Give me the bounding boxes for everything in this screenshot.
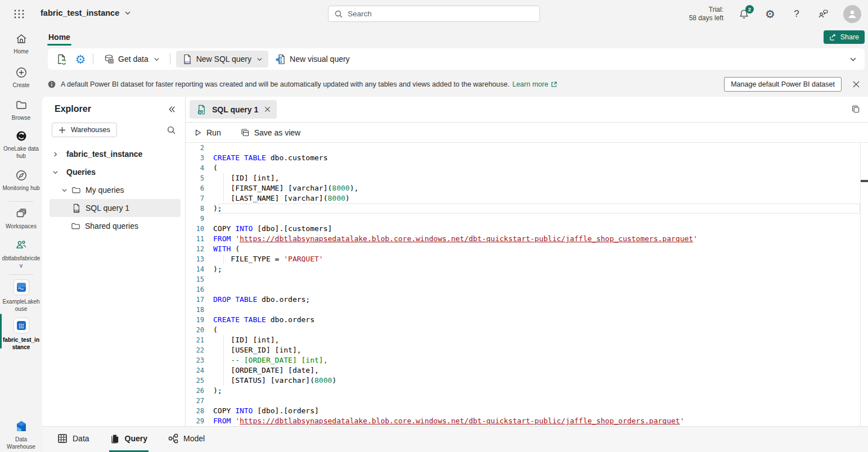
sql-editor[interactable]: 23CREATE TABLE dbo.customers4(5 [ID] [in… — [186, 143, 868, 426]
nav-item-fabric-test-instance[interactable]: fabric_test_instance — [0, 318, 42, 351]
line-number: 23 — [186, 355, 204, 365]
settings-gear-icon[interactable]: ⚙ — [764, 8, 776, 20]
nav-home[interactable]: Home — [0, 33, 42, 55]
nav-onelake-data-hub[interactable]: OneLake data hub — [0, 130, 42, 160]
search-input[interactable] — [348, 10, 534, 18]
tree-item-queries[interactable]: Queries — [42, 163, 185, 181]
tree-item-my-queries[interactable]: My queries — [42, 181, 185, 199]
save-as-view-button[interactable]: Save as view — [241, 128, 300, 137]
view-tab-query[interactable]: Query — [109, 427, 149, 452]
close-tab-icon[interactable] — [264, 106, 271, 113]
nav-create[interactable]: Create — [0, 66, 42, 89]
code-line-26[interactable]: 26); — [186, 386, 868, 396]
line-content: FROM 'https://dbtlabsynapsedatalake.blob… — [204, 234, 868, 244]
nav-workspaces[interactable]: Workspaces — [0, 207, 42, 230]
svg-text:SQL: SQL — [184, 60, 191, 64]
ribbon-tab-home[interactable]: Home — [46, 28, 73, 46]
new-warehouse-button[interactable]: Warehouses — [52, 123, 117, 137]
code-line-12[interactable]: 12WITH ( — [186, 244, 868, 254]
code-line-4[interactable]: 4( — [186, 163, 868, 173]
code-line-3[interactable]: 3CREATE TABLE dbo.customers — [186, 153, 868, 163]
query-settings-gear-icon[interactable]: ⚙ — [74, 52, 87, 66]
line-content: [STATUS] [varchar](8000) — [204, 376, 868, 386]
code-line-14[interactable]: 14); — [186, 264, 868, 274]
code-line-25[interactable]: 25 [STATUS] [varchar](8000) — [186, 376, 868, 386]
code-line-23[interactable]: 23 -- [ORDER_DATE] [int], — [186, 355, 868, 365]
chevron-right-icon[interactable] — [52, 151, 59, 157]
editor-overview-ruler[interactable] — [860, 143, 868, 426]
tree-item-sql-query-1[interactable]: SQL SQL query 1 — [50, 199, 181, 217]
tree-item-shared-queries[interactable]: Shared queries — [42, 217, 185, 235]
notifications-bell-icon[interactable]: 2 — [737, 8, 750, 20]
code-line-22[interactable]: 22 [USER_ID] [int], — [186, 345, 868, 355]
explorer-title: Explorer — [55, 104, 91, 114]
learn-more-link[interactable]: Learn more — [512, 80, 557, 88]
play-icon — [194, 129, 202, 137]
banner-message: A default Power BI dataset for faster re… — [61, 80, 510, 88]
code-line-2[interactable]: 2 — [186, 143, 868, 153]
sql-file-icon: SQL — [196, 105, 206, 115]
nav-monitoring-hub[interactable]: Monitoring hub — [0, 169, 42, 192]
user-avatar[interactable] — [843, 5, 861, 23]
code-line-27[interactable]: 27 — [186, 396, 868, 406]
view-tab-model[interactable]: Model — [167, 427, 206, 452]
banner-close-icon[interactable] — [851, 79, 861, 89]
query-tab-sql-query-1[interactable]: SQL SQL query 1 — [190, 100, 277, 119]
indent-guide — [223, 254, 224, 264]
query-doc-icon — [110, 434, 120, 444]
share-button[interactable]: Share — [824, 30, 865, 44]
new-sql-query-button[interactable]: SQL New SQL query — [176, 51, 268, 67]
code-line-17[interactable]: 17DROP TABLE dbo.orders; — [186, 295, 868, 305]
code-line-15[interactable]: 15 — [186, 274, 868, 284]
code-line-11[interactable]: 11FROM 'https://dbtlabsynapsedatalake.bl… — [186, 234, 868, 244]
code-line-13[interactable]: 13 FILE_TYPE = 'PARQUET' — [186, 254, 868, 264]
line-content — [204, 214, 868, 224]
line-number: 10 — [186, 224, 204, 234]
line-number: 6 — [186, 183, 204, 193]
line-content: FROM 'https://dbtlabsynapsedatalake.blob… — [204, 416, 868, 426]
workspace-switcher[interactable]: fabric_test_instance — [41, 8, 131, 17]
warehouse-item-icon — [14, 318, 29, 333]
new-visual-query-button[interactable]: New visual query — [271, 51, 354, 67]
feedback-icon[interactable] — [817, 8, 829, 20]
chevron-down-icon[interactable] — [52, 169, 59, 175]
nav-data-warehouse[interactable]: Data Warehouse — [0, 419, 42, 450]
help-icon[interactable]: ? — [790, 8, 803, 20]
code-line-10[interactable]: 10COPY INTO [dbo].[customers] — [186, 224, 868, 234]
code-line-5[interactable]: 5 [ID] [int], — [186, 173, 868, 183]
tree-item-warehouse[interactable]: fabric_test_instance — [42, 145, 185, 163]
waffle-menu-icon[interactable] — [12, 7, 26, 21]
line-number: 17 — [186, 295, 204, 305]
explorer-search-icon[interactable] — [167, 125, 176, 135]
code-line-29[interactable]: 29FROM 'https://dbtlabsynapsedatalake.bl… — [186, 416, 868, 426]
chevron-down-icon[interactable] — [61, 187, 68, 193]
info-icon — [48, 80, 56, 88]
code-line-24[interactable]: 24 [ORDER_DATE] [date], — [186, 365, 868, 376]
get-data-button[interactable]: Get data — [99, 51, 164, 67]
nav-browse[interactable]: Browse — [0, 99, 42, 121]
code-line-28[interactable]: 28COPY INTO [dbo].[orders] — [186, 406, 868, 416]
copy-icon[interactable] — [851, 105, 861, 114]
collapse-ribbon-chevron-icon[interactable] — [847, 53, 859, 65]
code-line-16[interactable]: 16 — [186, 284, 868, 295]
code-line-19[interactable]: 19CREATE TABLE dbo.orders — [186, 315, 868, 325]
line-number: 20 — [186, 325, 204, 335]
plus-circle-icon — [15, 66, 28, 79]
code-line-9[interactable]: 9 — [186, 214, 868, 224]
run-button[interactable]: Run — [194, 128, 221, 137]
code-line-21[interactable]: 21 [ID] [int], — [186, 335, 868, 345]
view-tab-data[interactable]: Data — [56, 427, 91, 452]
code-line-8[interactable]: 8); — [186, 204, 868, 214]
line-content: ); — [204, 204, 868, 214]
code-line-20[interactable]: 20( — [186, 325, 868, 335]
code-line-6[interactable]: 6 [FIRST_NAME] [varchar](8000), — [186, 183, 868, 193]
folder-icon — [71, 222, 80, 231]
code-line-18[interactable]: 18 — [186, 305, 868, 315]
new-report-icon[interactable] — [55, 52, 68, 66]
nav-workspace-dbtlabsfabricdev[interactable]: dbtlabsfabricdev — [0, 238, 42, 269]
collapse-explorer-icon[interactable] — [168, 105, 176, 114]
nav-item-examplelakehouse[interactable]: ExampleLakehouse — [0, 279, 42, 313]
code-line-7[interactable]: 7 [LAST_NAME] [varchar](8000) — [186, 193, 868, 204]
rail-divider — [9, 201, 33, 202]
manage-default-dataset-button[interactable]: Manage default Power BI dataset — [724, 77, 842, 92]
